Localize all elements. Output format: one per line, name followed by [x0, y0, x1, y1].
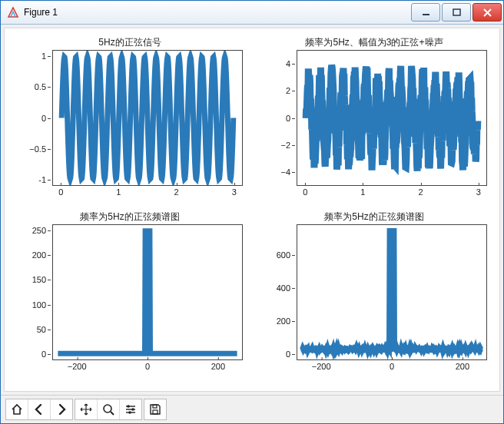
y-tick-label: 150 — [32, 275, 46, 284]
window-controls — [410, 3, 502, 22]
x-axis-ticks: 0123 — [52, 187, 243, 201]
y-tick-label: 100 — [32, 300, 46, 310]
x-tick-label: 3 — [232, 187, 237, 197]
x-tick-label: 0 — [303, 187, 307, 197]
y-tick-label: 200 — [32, 250, 46, 260]
svg-line-3 — [111, 412, 114, 415]
y-tick-label: -1 — [38, 175, 46, 184]
titlebar[interactable]: Figure 1 — [1, 1, 503, 25]
x-tick-label: 0 — [390, 362, 394, 371]
subplot-title: 5Hz的正弦信号 — [12, 36, 247, 49]
x-tick-label: −200 — [312, 362, 331, 371]
x-tick-label: −200 — [68, 362, 87, 371]
x-tick-label: 1 — [116, 187, 121, 197]
x-axis-ticks: −2000200 — [52, 362, 243, 376]
x-axis-ticks: −2000200 — [297, 362, 487, 376]
x-tick-label: 3 — [476, 187, 481, 197]
maximize-button[interactable] — [442, 3, 471, 22]
subplot-title: 频率为5Hz的正弦频谱图 — [12, 210, 247, 224]
subplot-bottom-left: 频率为5Hz的正弦频谱图 050100150200250 −2000200 — [12, 212, 247, 383]
x-tick-label: 2 — [174, 187, 179, 197]
home-button[interactable] — [6, 399, 28, 419]
subplot-top-left: 5Hz的正弦信号 -1−0.500.51 0123 — [12, 38, 247, 209]
subplot-grid: 5Hz的正弦信号 -1−0.500.51 0123 频率为5Hz、幅值为3的正弦… — [12, 38, 492, 383]
zoom-button[interactable] — [98, 399, 120, 419]
y-axis-ticks: 050100150200250 — [12, 224, 49, 360]
data-line — [306, 65, 478, 171]
save-button[interactable] — [144, 399, 166, 419]
axes — [52, 50, 243, 186]
svg-point-7 — [131, 408, 134, 411]
data-line — [302, 230, 481, 350]
y-tick-label: −0.5 — [29, 144, 46, 154]
x-tick-label: 200 — [211, 362, 225, 371]
y-axis-ticks: 0200400600 — [257, 224, 293, 360]
app-window: Figure 1 5Hz的正弦信号 -1−0.500.51 0123 频率为5H… — [0, 0, 504, 424]
axes — [52, 224, 243, 360]
y-tick-label: 0.5 — [35, 82, 46, 91]
y-tick-label: 4 — [286, 59, 290, 68]
toolbar-group-save — [144, 399, 167, 420]
y-tick-label: 0 — [41, 114, 46, 123]
svg-rect-11 — [153, 405, 157, 408]
forward-button[interactable] — [51, 399, 72, 419]
svg-point-2 — [104, 405, 111, 412]
configure-subplots-button[interactable] — [120, 399, 141, 419]
svg-rect-10 — [153, 410, 158, 414]
svg-point-9 — [128, 411, 131, 414]
x-tick-label: 2 — [419, 187, 423, 197]
matplotlib-toolbar — [1, 395, 503, 423]
toolbar-group-nav — [5, 399, 73, 420]
toolbar-group-view — [75, 399, 142, 420]
back-button[interactable] — [28, 399, 51, 419]
data-line — [58, 231, 237, 354]
axes — [297, 50, 487, 186]
subplot-bottom-right: 频率为5Hz的正弦频谱图 0200400600 −2000200 — [257, 212, 492, 383]
x-tick-label: 0 — [145, 362, 150, 371]
y-tick-label: 2 — [286, 86, 290, 95]
x-tick-label: 1 — [360, 187, 365, 197]
minimize-button[interactable] — [411, 3, 440, 22]
y-axis-ticks: -1−0.500.51 — [12, 50, 49, 186]
y-tick-label: −2 — [280, 141, 290, 150]
y-tick-label: 50 — [37, 325, 46, 334]
y-tick-label: 0 — [41, 349, 46, 359]
data-line — [61, 57, 234, 179]
y-axis-ticks: −4−2024 — [257, 50, 293, 186]
close-button[interactable] — [472, 3, 502, 22]
x-tick-label: 200 — [456, 362, 469, 371]
y-tick-label: 1 — [41, 51, 46, 61]
pan-button[interactable] — [75, 399, 98, 419]
x-axis-ticks: 0123 — [297, 187, 487, 201]
subplot-top-right: 频率为5Hz、幅值为3的正弦+噪声 −4−2024 0123 — [257, 38, 492, 209]
x-tick-label: 0 — [58, 187, 63, 197]
y-tick-label: 400 — [277, 283, 290, 293]
subplot-title: 频率为5Hz、幅值为3的正弦+噪声 — [257, 36, 492, 49]
svg-rect-1 — [453, 9, 460, 15]
y-tick-label: 250 — [32, 226, 46, 235]
y-tick-label: 0 — [286, 114, 290, 123]
svg-point-5 — [127, 405, 130, 408]
subplot-title: 频率为5Hz的正弦频谱图 — [257, 210, 492, 224]
y-tick-label: 0 — [286, 349, 290, 359]
figure-canvas[interactable]: 5Hz的正弦信号 -1−0.500.51 0123 频率为5Hz、幅值为3的正弦… — [4, 28, 500, 392]
y-tick-label: 600 — [277, 250, 290, 260]
window-title: Figure 1 — [24, 7, 410, 18]
axes — [297, 224, 487, 360]
y-tick-label: −4 — [280, 167, 290, 177]
app-icon — [7, 6, 19, 18]
y-tick-label: 200 — [277, 316, 290, 326]
